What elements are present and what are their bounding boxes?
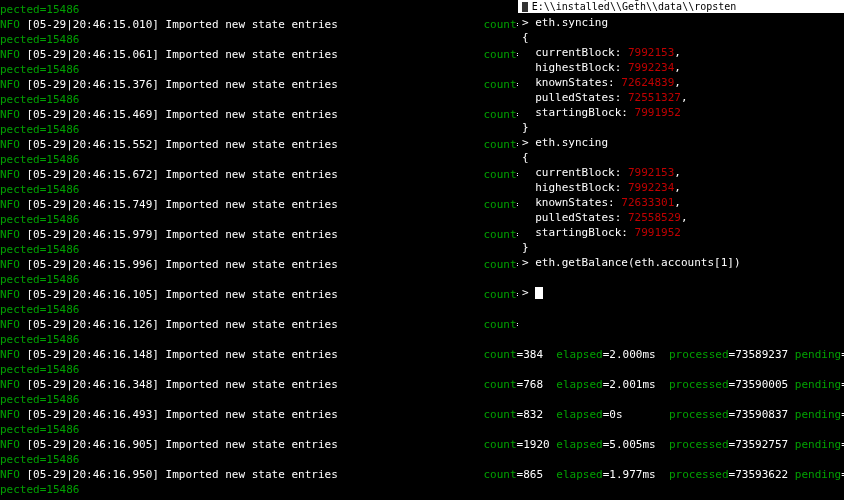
console-output[interactable]: > eth.syncing { currentBlock: 7992153, h… bbox=[518, 13, 844, 302]
log-entry: NFO [05-29|20:46:16.950] Imported new st… bbox=[0, 467, 844, 482]
expected-line: pected=15486 bbox=[0, 452, 844, 467]
log-entry: NFO [05-29|20:46:16.493] Imported new st… bbox=[0, 407, 844, 422]
expected-line: pected=15486 bbox=[0, 422, 844, 437]
command-prompt-window: Command Prompt - geth attach --datadir E… bbox=[518, 0, 844, 340]
cmd-getbalance: eth.getBalance(eth.accounts[1]) bbox=[535, 256, 740, 269]
current-block-2: 7992153 bbox=[628, 166, 674, 179]
pulled-states-1: 72551327 bbox=[628, 91, 681, 104]
current-block-1: 7992153 bbox=[628, 46, 674, 59]
window-title-bar[interactable]: Command Prompt - geth attach --datadir E… bbox=[518, 0, 844, 13]
log-entry: NFO [05-29|20:46:16.148] Imported new st… bbox=[0, 347, 844, 362]
expected-line: pected=15486 bbox=[0, 362, 844, 377]
cursor bbox=[535, 287, 543, 299]
expected-line: pected=15486 bbox=[0, 392, 844, 407]
highest-block-2: 7992234 bbox=[628, 181, 674, 194]
known-states-1: 72624839 bbox=[621, 76, 674, 89]
log-entry: NFO [05-29|20:46:16.905] Imported new st… bbox=[0, 437, 844, 452]
starting-block-2: 7991952 bbox=[635, 226, 681, 239]
cmd-syncing-1: eth.syncing bbox=[535, 16, 608, 29]
pulled-states-2: 72558529 bbox=[628, 211, 681, 224]
expected-line: pected=15486 bbox=[0, 482, 844, 497]
starting-block-1: 7991952 bbox=[635, 106, 681, 119]
cmd-icon bbox=[522, 2, 528, 12]
log-entry: NFO [05-29|20:46:16.348] Imported new st… bbox=[0, 377, 844, 392]
highest-block-1: 7992234 bbox=[628, 61, 674, 74]
known-states-2: 72633301 bbox=[621, 196, 674, 209]
cmd-syncing-2: eth.syncing bbox=[535, 136, 608, 149]
